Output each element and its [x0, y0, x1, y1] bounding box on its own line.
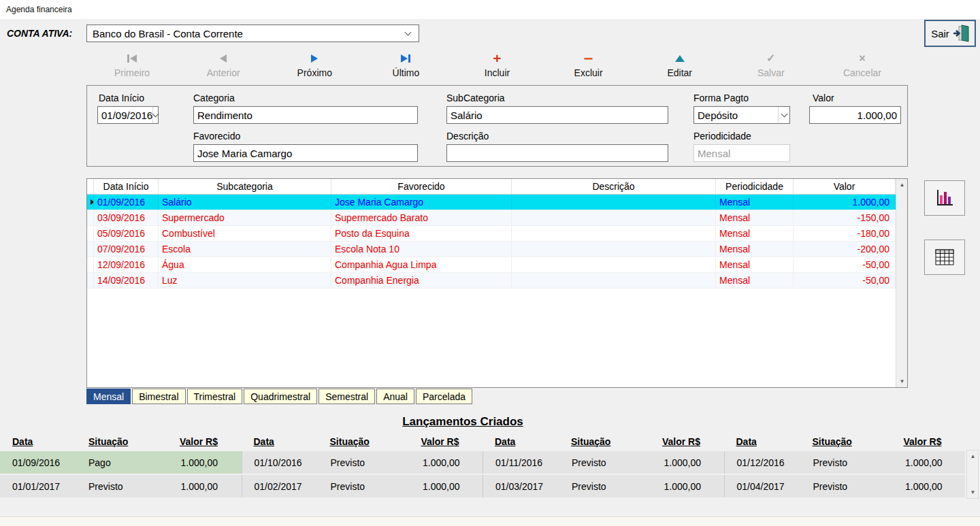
- table-row[interactable]: 07/09/2016 Escola Escola Nota 10 Mensal …: [87, 242, 896, 257]
- cell-data-inicio: 01/09/2016: [94, 195, 159, 210]
- lancamento-cell-group[interactable]: 01/04/2017 Previsto 1.000,00: [724, 475, 966, 497]
- tab-parcelada[interactable]: Parcelada: [416, 389, 472, 404]
- first-record-button[interactable]: Primeiro: [86, 53, 178, 82]
- lanc-valor: 1.000,00: [653, 457, 701, 468]
- grid-header-data-inicio[interactable]: Data Início: [94, 179, 159, 194]
- lancamentos-scrollbar[interactable]: ▲ ▼: [966, 450, 979, 499]
- lancamento-cell-group[interactable]: 01/09/2016 Pago 1.000,00: [0, 451, 242, 474]
- grid-header-valor[interactable]: Valor: [794, 179, 896, 194]
- col-data: Data: [254, 436, 330, 447]
- cancel-record-button[interactable]: × Cancelar: [817, 53, 908, 82]
- col-valor: Valor R$: [653, 436, 700, 447]
- cell-descricao: [512, 242, 716, 257]
- cell-periodicidade: Mensal: [716, 242, 794, 257]
- col-data: Data: [12, 436, 88, 447]
- lanc-data: 01/04/2017: [737, 481, 813, 492]
- delete-record-button[interactable]: − Excluir: [543, 53, 634, 82]
- periodicity-tabs: Mensal Bimestral Trimestral Quadrimestra…: [86, 389, 472, 404]
- amount-label: Valor: [813, 93, 834, 103]
- status-bar: [0, 516, 980, 526]
- cell-periodicidade: Mensal: [716, 226, 794, 241]
- grid-body: 01/09/2016 Salário Jose Maria Camargo Me…: [87, 195, 896, 289]
- add-icon: +: [493, 53, 501, 64]
- lancamento-cell-group[interactable]: 01/03/2017 Previsto 1.000,00: [483, 475, 724, 497]
- cell-data-inicio: 03/09/2016: [94, 210, 159, 225]
- grid-header-favorecido[interactable]: Favorecido: [331, 179, 512, 194]
- lancamento-cell-group[interactable]: 01/11/2016 Previsto 1.000,00: [483, 451, 724, 474]
- cell-favorecido: Posto da Esquina: [331, 226, 512, 241]
- chart-button[interactable]: [924, 180, 965, 216]
- tab-bimestral[interactable]: Bimestral: [132, 389, 185, 404]
- payee-field[interactable]: [193, 144, 418, 162]
- lancamentos-row: 01/01/2017 Previsto 1.000,00 01/02/2017 …: [0, 475, 965, 497]
- cancel-record-label: Cancelar: [843, 67, 881, 78]
- tab-semestral[interactable]: Semestral: [318, 389, 375, 404]
- lancamento-cell-group[interactable]: 01/01/2017 Previsto 1.000,00: [0, 475, 242, 497]
- lanc-data: 01/01/2017: [12, 481, 88, 492]
- payment-method-select[interactable]: Depósito: [693, 106, 790, 124]
- scroll-up-icon[interactable]: ▲: [967, 450, 979, 462]
- table-row[interactable]: 14/09/2016 Luz Companhia Energia Mensal …: [87, 273, 896, 289]
- previous-record-button[interactable]: Anterior: [178, 53, 269, 82]
- lanc-valor: 1.000,00: [170, 481, 218, 492]
- table-row[interactable]: 05/09/2016 Combustível Posto da Esquina …: [87, 226, 896, 242]
- lancamento-cell-group[interactable]: 01/02/2017 Previsto 1.000,00: [242, 475, 483, 497]
- scroll-down-icon[interactable]: ▼: [896, 376, 908, 387]
- record-form-panel: Data Início 01/09/2016 Categoria SubCate…: [86, 85, 908, 167]
- grid-header-descricao[interactable]: Descrição: [512, 179, 716, 194]
- cell-data-inicio: 12/09/2016: [94, 257, 159, 272]
- cell-valor: -50,00: [794, 273, 896, 288]
- lanc-situacao: Previsto: [572, 457, 653, 468]
- periodicity-label: Periodicidade: [693, 131, 751, 142]
- exit-button[interactable]: Sair: [924, 20, 976, 47]
- spreadsheet-button[interactable]: [924, 240, 965, 275]
- next-record-button[interactable]: Próximo: [269, 53, 360, 82]
- grid-header-periodicidade[interactable]: Periodicidade: [716, 179, 794, 194]
- category-label: Categoria: [193, 93, 235, 103]
- payee-label: Favorecido: [193, 131, 240, 142]
- col-situacao: Situação: [571, 436, 653, 447]
- record-toolbar: Primeiro Anterior Próximo Último + Inclu…: [86, 53, 908, 82]
- table-row[interactable]: 03/09/2016 Supermercado Supermercado Bar…: [87, 210, 896, 226]
- category-field[interactable]: [193, 106, 418, 124]
- lanc-situacao: Previsto: [813, 481, 895, 492]
- lancamentos-title: Lançamentos Criados: [0, 415, 926, 429]
- chevron-down-icon[interactable]: [778, 107, 789, 123]
- tab-anual[interactable]: Anual: [376, 389, 414, 404]
- tab-quadrimestral[interactable]: Quadrimestral: [244, 389, 317, 404]
- active-account-label: CONTA ATIVA:: [7, 28, 72, 39]
- next-record-icon: [311, 53, 318, 64]
- chevron-down-icon[interactable]: [152, 107, 158, 123]
- remove-icon: −: [584, 53, 593, 64]
- lanc-situacao: Pago: [88, 457, 170, 468]
- lancamento-cell-group[interactable]: 01/10/2016 Previsto 1.000,00: [242, 451, 483, 474]
- start-date-value: 01/09/2016: [101, 110, 152, 121]
- tab-mensal[interactable]: Mensal: [86, 389, 131, 404]
- amount-field[interactable]: [809, 106, 901, 124]
- edit-record-button[interactable]: Editar: [634, 53, 725, 82]
- last-record-button[interactable]: Último: [360, 53, 451, 82]
- col-situacao: Situação: [88, 436, 170, 447]
- save-record-button[interactable]: ✓ Salvar: [725, 53, 817, 82]
- records-grid: Data Início Subcategoria Favorecido Desc…: [86, 178, 908, 388]
- lanc-situacao: Previsto: [88, 481, 170, 492]
- start-date-select[interactable]: 01/09/2016: [97, 106, 159, 124]
- grid-scrollbar[interactable]: ▲ ▼: [896, 179, 907, 387]
- row-selector-cell: [87, 257, 94, 272]
- lanc-valor: 1.000,00: [895, 457, 943, 468]
- lancamento-cell-group[interactable]: 01/12/2016 Previsto 1.000,00: [724, 451, 966, 474]
- table-row[interactable]: 12/09/2016 Água Companhia Agua Limpa Men…: [87, 257, 896, 273]
- tab-trimestral[interactable]: Trimestral: [187, 389, 243, 404]
- col-valor: Valor R$: [412, 436, 459, 447]
- subcategory-field[interactable]: [446, 106, 668, 124]
- scroll-up-icon[interactable]: ▲: [896, 179, 908, 191]
- add-record-button[interactable]: + Incluir: [451, 53, 542, 82]
- scroll-down-icon[interactable]: ▼: [967, 487, 979, 498]
- grid-header-indicator: [87, 179, 94, 194]
- table-row[interactable]: 01/09/2016 Salário Jose Maria Camargo Me…: [87, 195, 896, 210]
- description-field[interactable]: [446, 144, 668, 162]
- grid-header-subcategoria[interactable]: Subcategoria: [159, 179, 331, 194]
- cell-favorecido: Jose Maria Camargo: [331, 195, 512, 210]
- account-select[interactable]: Banco do Brasil - Conta Corrente: [86, 24, 419, 42]
- chevron-down-icon[interactable]: [402, 33, 413, 35]
